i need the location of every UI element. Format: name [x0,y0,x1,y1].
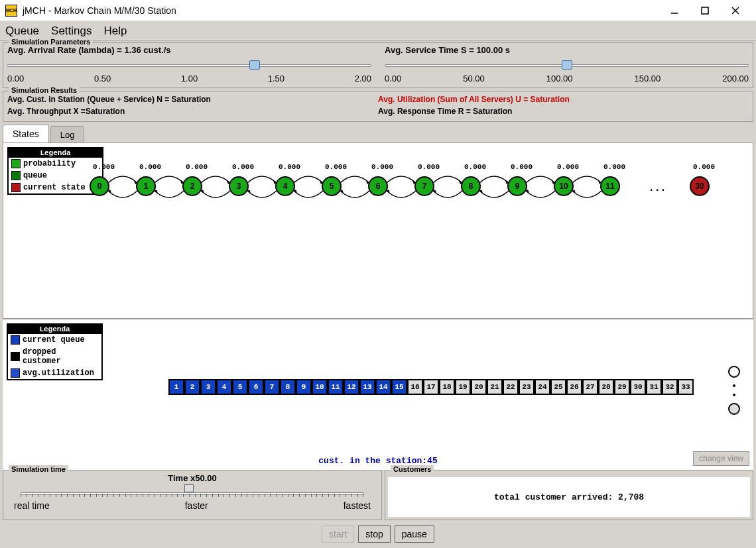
lambda-label: Avg. Arrival Rate (lambda) = 1.36 cust./… [7,45,371,55]
menu-help[interactable]: Help [103,25,127,38]
result-u: Avg. Utilization (Sum of All Servers) U … [378,93,749,105]
results-legend: Simulation Results [9,86,80,94]
simulation-parameters: Simulation Parameters Avg. Arrival Rate … [3,42,753,88]
lambda-thumb[interactable] [249,60,260,70]
queue-slot: 4 [216,379,232,395]
queue-slot: 19 [455,379,471,395]
queue-panel: Legenda current queuedropped customeravg… [3,319,753,470]
tab-states[interactable]: States [3,125,49,142]
time-multiplier: Time x50.00 [9,473,376,483]
queue-slot: 16 [407,379,423,395]
minimize-button[interactable] [659,0,690,21]
queue-slot: 23 [519,379,535,395]
queue-slot: 7 [264,379,280,395]
svg-rect-1 [702,7,708,14]
server-icons [728,366,740,415]
params-legend: Simulation Parameters [9,38,93,46]
start-button[interactable]: start [322,525,354,543]
time-slider[interactable] [21,484,364,499]
result-x: Avg. Throughput X =Saturation [7,105,378,117]
window-title: jMCH - Markov Chain M/M/30 Station [23,5,659,16]
tabs: States Log [3,125,753,142]
queue-slot: 31 [646,379,662,395]
queue-slot: 1 [168,379,184,395]
stop-button[interactable]: stop [358,525,390,543]
queue-slot: 2 [184,379,200,395]
menubar: Queue Settings Help [0,21,756,41]
queue-slot: 13 [359,379,375,395]
state-node-11: 11 [600,176,620,196]
queue-slot: 22 [503,379,519,395]
service-label: Avg. Service Time S = 100.00 s [385,45,749,55]
queue-boxes: 3332313029282726252423222120191817161514… [168,379,694,395]
queue-slot: 8 [280,379,296,395]
queue-slot: 11 [328,379,344,395]
queue-slot: 30 [630,379,646,395]
queue-slot: 32 [662,379,678,395]
app-icon: MCH [5,5,17,17]
queue-slot: 24 [535,379,550,395]
simulation-results: Simulation Results Avg. Cust. in Station… [3,91,753,122]
queue-slot: 29 [614,379,630,395]
maximize-button[interactable] [690,0,720,21]
pause-button[interactable]: pause [395,525,434,543]
queue-slot: 28 [598,379,614,395]
queue-slot: 33 [678,379,694,395]
queue-slot: 18 [439,379,455,395]
queue-slot: 14 [375,379,391,395]
server-circle-icon [728,366,740,378]
result-r: Avg. Response Time R = Saturation [378,105,749,117]
service-thumb[interactable] [562,60,572,70]
states-panel: Legenda probabilityqueuecurrent state 0.… [3,142,753,319]
time-thumb[interactable] [184,484,194,492]
service-slider[interactable] [385,59,749,71]
lambda-slider[interactable] [7,59,371,71]
server-circle-icon [728,403,740,415]
close-button[interactable] [720,0,751,21]
change-view-button[interactable]: change view [693,451,749,466]
total-customers: total customer arrived: 2,708 [388,477,750,517]
queue-slot: 5 [232,379,248,395]
queue-slot: 17 [423,379,439,395]
cust-in-station: cust. in the station:45 [318,456,437,466]
queue-slot: 6 [248,379,264,395]
queue-slot: 15 [391,379,407,395]
queue-slot: 25 [550,379,566,395]
queue-slot: 21 [487,379,503,395]
customers-panel: Customers total customer arrived: 2,708 [385,470,753,520]
queue-slot: 27 [582,379,598,395]
legend-queue: Legenda current queuedropped customeravg… [7,323,103,380]
simulation-time: Simulation time Time x50.00 real time fa… [3,470,382,520]
queue-slot: 9 [296,379,312,395]
result-n: Avg. Cust. in Station (Queue + Service) … [7,93,378,105]
titlebar: MCH jMCH - Markov Chain M/M/30 Station [0,0,756,21]
chain-diagram: 0.00000.00010.00020.00030.00040.00050.00… [90,163,746,243]
menu-queue[interactable]: Queue [5,25,39,38]
queue-slot: 3 [200,379,216,395]
menu-settings[interactable]: Settings [51,25,92,38]
queue-slot: 26 [566,379,582,395]
tab-log[interactable]: Log [50,126,85,144]
queue-slot: 10 [312,379,328,395]
queue-slot: 20 [471,379,487,395]
state-node-final: 30 [690,176,710,196]
queue-slot: 12 [344,379,359,395]
